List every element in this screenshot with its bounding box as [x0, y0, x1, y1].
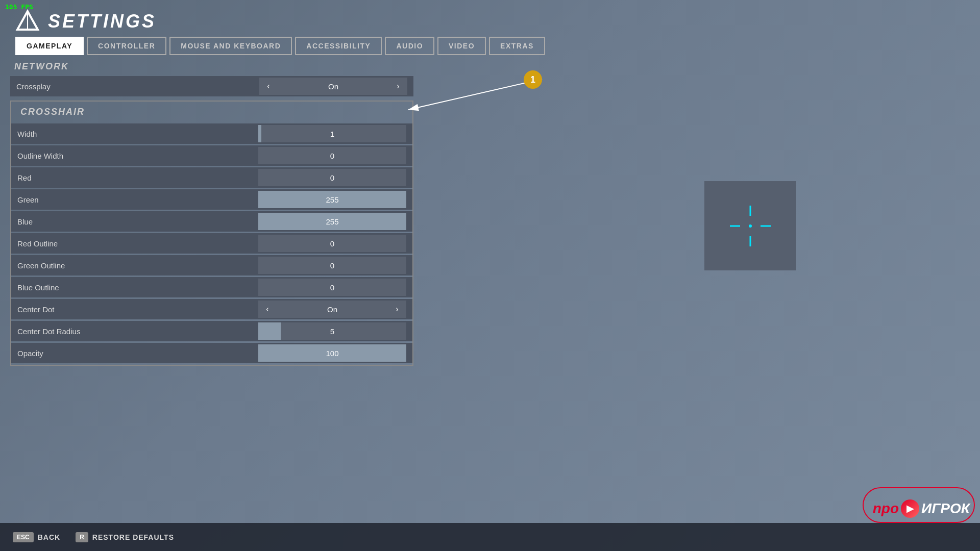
network-label: NETWORK — [14, 61, 413, 72]
outline-width-row: Outline Width 0 — [11, 145, 412, 166]
crosshair-preview — [704, 181, 796, 270]
green-outline-value: 0 — [330, 261, 334, 270]
opacity-value: 100 — [326, 349, 338, 358]
tab-bar: GAMEPLAY CONTROLLER MOUSE AND KEYBOARD A… — [15, 37, 545, 55]
tab-gameplay[interactable]: GAMEPLAY — [15, 37, 84, 55]
ch-center-dot — [749, 224, 752, 228]
outline-width-value: 0 — [330, 152, 334, 160]
ch-right-line — [761, 225, 771, 227]
width-row: Width 1 — [11, 123, 412, 144]
callout-number: 1 — [524, 70, 542, 89]
crossplay-name: Crossplay — [16, 82, 259, 91]
red-value: 0 — [330, 173, 334, 182]
crosshair-section: CROSSHAIR Width 1 Outline Width 0 — [10, 101, 413, 366]
green-slider[interactable]: 255 — [258, 191, 406, 208]
ch-top-line — [750, 206, 751, 216]
blue-outline-name: Blue Outline — [17, 283, 258, 292]
logo-icon — [15, 9, 40, 34]
opacity-name: Opacity — [17, 349, 258, 358]
main-panel: NETWORK Crossplay ‹ On › CROSSHAIR Width… — [10, 61, 413, 520]
center-dot-right-btn[interactable]: › — [388, 300, 406, 318]
width-slider[interactable]: 1 — [258, 125, 406, 142]
blue-slider[interactable]: 255 — [258, 213, 406, 230]
back-button[interactable]: ESC BACK — [13, 532, 60, 542]
watermark-text2: ИГРОК — [921, 500, 970, 517]
tab-audio[interactable]: AUDIO — [385, 37, 434, 55]
watermark-icon: ▶ — [901, 499, 919, 518]
center-dot-radius-row: Center Dot Radius 5 — [11, 321, 412, 341]
fps-counter: 105 FPS — [5, 3, 33, 11]
red-outline-slider[interactable]: 0 — [258, 235, 406, 252]
crossplay-left-btn[interactable]: ‹ — [259, 78, 278, 95]
bottom-bar: ESC BACK R RESTORE DEFAULTS — [0, 523, 980, 551]
watermark: про ▶ ИГРОК — [873, 499, 970, 518]
center-dot-row: Center Dot ‹ On › — [11, 299, 412, 319]
green-value: 255 — [326, 195, 338, 204]
tab-accessibility[interactable]: ACCESSIBILITY — [295, 37, 382, 55]
tab-extras[interactable]: EXTRAS — [489, 37, 545, 55]
network-section: NETWORK Crossplay ‹ On › — [10, 61, 413, 96]
blue-name: Blue — [17, 217, 258, 226]
center-dot-name: Center Dot — [17, 305, 258, 314]
crosshair-rows[interactable]: Width 1 Outline Width 0 Red 0 — [11, 123, 412, 365]
green-outline-name: Green Outline — [17, 261, 258, 270]
crossplay-right-btn[interactable]: › — [389, 78, 407, 95]
red-row: Red 0 — [11, 167, 412, 188]
ch-bottom-line — [750, 236, 751, 246]
crosshair-label: CROSSHAIR — [20, 107, 407, 117]
red-outline-row: Red Outline 0 — [11, 233, 412, 254]
center-dot-radius-value: 5 — [330, 327, 334, 336]
crossplay-row: Crossplay ‹ On › — [10, 76, 413, 96]
center-dot-radius-slider[interactable]: 5 — [258, 322, 406, 340]
center-dot-left-btn[interactable]: ‹ — [258, 300, 277, 318]
blue-row: Blue 255 — [11, 211, 412, 232]
page-title: SETTINGS — [48, 11, 156, 32]
restore-key: R — [76, 532, 88, 542]
watermark-text1: про — [873, 500, 899, 517]
crosshair-preview-inner — [730, 206, 771, 246]
green-row: Green 255 — [11, 189, 412, 210]
back-key: ESC — [13, 532, 34, 542]
restore-label: RESTORE DEFAULTS — [92, 533, 174, 541]
center-dot-radius-name: Center Dot Radius — [17, 327, 258, 336]
ch-left-line — [730, 225, 740, 227]
opacity-row: Opacity 100 — [11, 343, 412, 363]
red-outline-value: 0 — [330, 239, 334, 248]
red-name: Red — [17, 173, 258, 182]
restore-button[interactable]: R RESTORE DEFAULTS — [76, 532, 174, 542]
tab-mouse-keyboard[interactable]: MOUSE AND KEYBOARD — [169, 37, 292, 55]
back-label: BACK — [38, 533, 60, 541]
width-name: Width — [17, 130, 258, 138]
green-name: Green — [17, 195, 258, 204]
green-outline-slider[interactable]: 0 — [258, 257, 406, 274]
tab-controller[interactable]: CONTROLLER — [87, 37, 166, 55]
crossplay-value: On — [278, 78, 389, 95]
tab-video[interactable]: VIDEO — [437, 37, 486, 55]
width-value: 1 — [330, 130, 334, 138]
green-outline-row: Green Outline 0 — [11, 255, 412, 276]
crossplay-control: ‹ On › — [259, 78, 407, 95]
outline-width-slider[interactable]: 0 — [258, 147, 406, 164]
blue-value: 255 — [326, 217, 338, 226]
opacity-slider[interactable]: 100 — [258, 344, 406, 362]
blue-outline-row: Blue Outline 0 — [11, 277, 412, 297]
red-outline-name: Red Outline — [17, 239, 258, 248]
red-slider[interactable]: 0 — [258, 169, 406, 186]
center-dot-value: On — [277, 300, 388, 318]
center-dot-control: ‹ On › — [258, 300, 406, 318]
blue-outline-value: 0 — [330, 283, 334, 292]
outline-width-name: Outline Width — [17, 152, 258, 160]
header: SETTINGS — [15, 9, 156, 34]
blue-outline-slider[interactable]: 0 — [258, 279, 406, 296]
